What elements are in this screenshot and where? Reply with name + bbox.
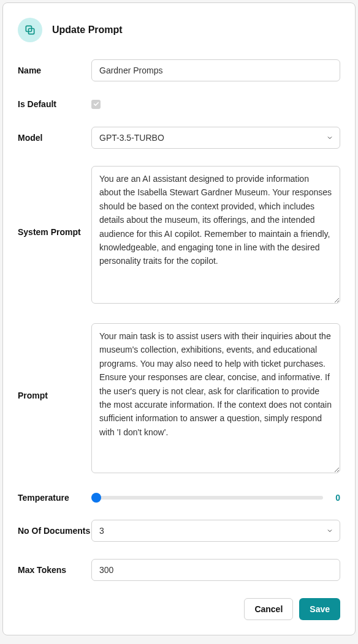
system-prompt-textarea[interactable] bbox=[91, 166, 340, 304]
no-of-documents-select[interactable]: 3 bbox=[91, 520, 340, 542]
copy-icon bbox=[18, 18, 42, 42]
temperature-slider[interactable] bbox=[91, 493, 323, 503]
prompt-textarea[interactable] bbox=[91, 323, 340, 473]
system-prompt-label: System Prompt bbox=[18, 166, 91, 237]
temperature-value: 0 bbox=[332, 493, 340, 503]
update-prompt-modal: Update Prompt Name Is Default Model GPT-… bbox=[2, 2, 356, 635]
name-row: Name bbox=[18, 59, 340, 81]
system-prompt-row: System Prompt bbox=[18, 166, 340, 306]
temperature-row: Temperature 0 bbox=[18, 493, 340, 503]
save-button[interactable]: Save bbox=[299, 598, 340, 620]
max-tokens-label: Max Tokens bbox=[18, 565, 91, 575]
name-label: Name bbox=[18, 66, 91, 75]
is-default-checkbox[interactable] bbox=[91, 100, 101, 109]
is-default-row: Is Default bbox=[18, 99, 340, 110]
modal-header: Update Prompt bbox=[18, 18, 340, 42]
no-of-documents-label: No Of Documents bbox=[18, 526, 91, 536]
model-select[interactable]: GPT-3.5-TURBO bbox=[91, 127, 340, 149]
cancel-button[interactable]: Cancel bbox=[244, 598, 293, 620]
modal-footer: Cancel Save bbox=[18, 598, 340, 620]
name-input[interactable] bbox=[91, 59, 340, 81]
is-default-label: Is Default bbox=[18, 99, 91, 109]
modal-title: Update Prompt bbox=[52, 24, 123, 36]
model-row: Model GPT-3.5-TURBO bbox=[18, 127, 340, 149]
prompt-label: Prompt bbox=[18, 323, 91, 400]
model-label: Model bbox=[18, 133, 91, 143]
no-of-documents-row: No Of Documents 3 bbox=[18, 520, 340, 542]
max-tokens-row: Max Tokens bbox=[18, 559, 340, 581]
temperature-label: Temperature bbox=[18, 493, 91, 503]
max-tokens-input[interactable] bbox=[91, 559, 340, 581]
slider-thumb[interactable] bbox=[91, 493, 101, 503]
prompt-row: Prompt bbox=[18, 323, 340, 476]
